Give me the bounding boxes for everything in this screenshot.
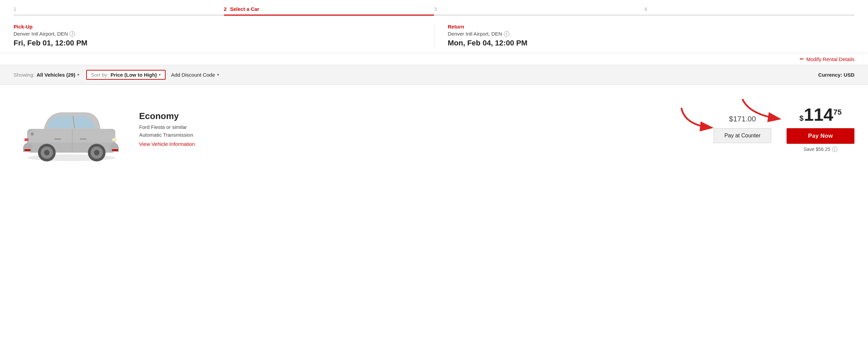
svg-point-7 xyxy=(94,150,99,155)
pay-at-counter-button[interactable]: Pay at Counter xyxy=(714,128,771,143)
car-transmission: Automatic Transmission xyxy=(139,132,698,138)
step-4: 4 xyxy=(644,6,855,16)
showing-filter[interactable]: Showing: All Vehicles (29) ▾ xyxy=(14,72,86,78)
car-model: Ford Fiesta or similar xyxy=(139,124,698,130)
svg-point-3 xyxy=(112,138,117,141)
modify-rental-link[interactable]: ✏ Modify Rental Details xyxy=(800,56,854,62)
price-now-cents: 75 xyxy=(833,108,842,117)
pickup-date: Fri, Feb 01, 12:00 PM xyxy=(14,39,420,47)
step-4-line xyxy=(644,15,855,16)
price-now-dollar-sign: $ xyxy=(799,114,804,123)
step-1: 1 xyxy=(14,6,224,16)
pay-now-col: $ 114 75 Pay Now Save $56.25 i xyxy=(776,106,854,152)
showing-label: Showing: xyxy=(14,72,35,78)
sort-label: Sort by: xyxy=(91,72,109,78)
return-col: Return Denver Intl Airport, DEN i Mon, F… xyxy=(434,24,855,47)
discount-code-filter[interactable]: Add Discount Code ▾ xyxy=(166,72,219,78)
step-2-label: 2 Select a Car xyxy=(224,6,259,15)
svg-rect-4 xyxy=(24,138,29,141)
car-category: Economy xyxy=(139,111,698,121)
step-2: 2 Select a Car xyxy=(224,6,434,16)
svg-point-14 xyxy=(31,132,34,136)
return-label: Return xyxy=(448,24,855,30)
view-vehicle-link[interactable]: View Vehicle Information xyxy=(139,141,195,147)
filter-bar: Showing: All Vehicles (29) ▾ Sort by: Pr… xyxy=(0,65,868,85)
discount-label: Add Discount Code xyxy=(171,72,215,78)
pickup-info-icon[interactable]: i xyxy=(70,31,75,37)
showing-chevron-icon: ▾ xyxy=(77,73,79,77)
step-1-label: 1 xyxy=(14,6,18,15)
step-1-line xyxy=(14,15,224,16)
return-date: Mon, Feb 04, 12:00 PM xyxy=(448,39,855,47)
rental-info: Pick-Up Denver Intl Airport, DEN i Fri, … xyxy=(0,16,868,53)
car-details-col: Economy Ford Fiesta or similar Automatic… xyxy=(129,111,709,147)
pickup-location: Denver Intl Airport, DEN i xyxy=(14,31,420,37)
svg-point-10 xyxy=(44,150,50,155)
pickup-col: Pick-Up Denver Intl Airport, DEN i Fri, … xyxy=(14,24,434,47)
step-4-label: 4 xyxy=(644,6,649,15)
step-3-label: 3 xyxy=(434,6,439,15)
svg-rect-13 xyxy=(54,138,61,140)
sort-value: Price (Low to High) xyxy=(111,72,157,78)
svg-rect-12 xyxy=(80,138,87,140)
progress-bar: 1 2 Select a Car 3 4 xyxy=(0,0,868,16)
pickup-label: Pick-Up xyxy=(14,24,420,30)
currency-display: Currency: USD xyxy=(818,72,854,78)
svg-rect-15 xyxy=(112,149,118,151)
car-image xyxy=(17,95,126,163)
pay-at-counter-col: $171.00 Pay at Counter xyxy=(709,115,776,143)
car-listing: Economy Ford Fiesta or similar Automatic… xyxy=(0,85,868,173)
save-text: Save $56.25 i xyxy=(804,147,837,152)
pencil-icon: ✏ xyxy=(800,56,804,62)
sort-filter[interactable]: Sort by: Price (Low to High) ▾ xyxy=(86,70,166,80)
price-now-main: 114 xyxy=(804,106,833,123)
car-svg xyxy=(17,95,126,163)
pay-now-button[interactable]: Pay Now xyxy=(787,128,854,144)
showing-value: All Vehicles (29) xyxy=(37,72,75,78)
discount-chevron-icon: ▾ xyxy=(217,73,219,77)
currency-value: USD xyxy=(844,72,854,78)
step-3-line xyxy=(434,15,644,16)
return-info-icon[interactable]: i xyxy=(504,31,509,37)
modify-row: ✏ Modify Rental Details xyxy=(0,53,868,65)
price-original: $171.00 xyxy=(729,115,756,123)
car-image-col xyxy=(14,95,129,163)
save-info-icon[interactable]: i xyxy=(832,147,837,152)
sort-chevron-icon: ▾ xyxy=(159,73,161,77)
step-3: 3 xyxy=(434,6,644,16)
step-2-line xyxy=(224,15,434,16)
currency-label: Currency: xyxy=(818,72,842,78)
return-location: Denver Intl Airport, DEN i xyxy=(448,31,855,37)
price-now-container: $ 114 75 xyxy=(799,106,842,123)
svg-rect-16 xyxy=(24,149,31,151)
